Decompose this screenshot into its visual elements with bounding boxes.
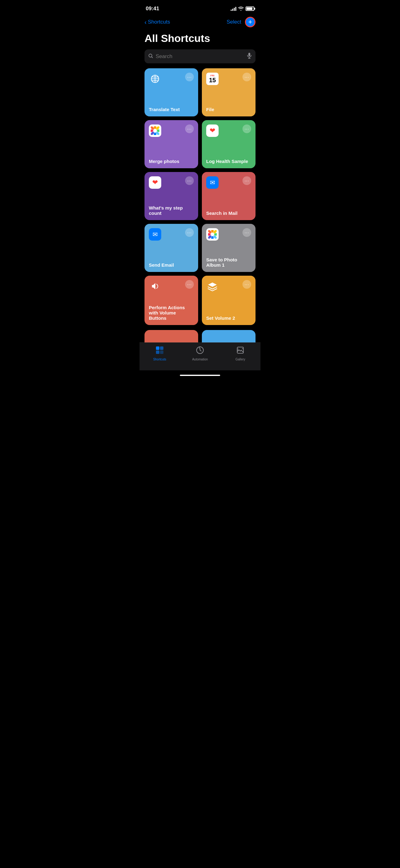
search-icon: [148, 53, 153, 60]
card-header: ✉ ···: [149, 228, 194, 241]
select-button[interactable]: Select: [227, 19, 241, 25]
more-button[interactable]: ···: [242, 176, 251, 185]
more-button[interactable]: ···: [242, 73, 251, 81]
card-header: FRI 15 ···: [206, 73, 251, 85]
home-indicator: [180, 375, 220, 376]
partial-card-left: [144, 330, 198, 342]
svg-point-6: [154, 132, 156, 135]
status-icons: [231, 6, 254, 11]
card-header: ···: [149, 124, 194, 137]
search-input[interactable]: [156, 53, 244, 60]
card-label: Send Email: [149, 262, 194, 268]
shortcut-card-file[interactable]: FRI 15 ··· File: [202, 68, 256, 116]
shortcut-card-volume-actions[interactable]: ··· Perform Actions with Volume Buttons: [144, 276, 198, 325]
svg-point-4: [157, 129, 160, 132]
card-header: ···: [149, 280, 194, 292]
envelope-icon: ✉: [210, 179, 215, 186]
volume-icon: [149, 280, 161, 292]
back-chevron-icon: ‹: [144, 19, 147, 26]
svg-rect-1: [248, 53, 250, 56]
mail-icon: ✉: [206, 176, 219, 189]
svg-point-2: [154, 126, 156, 129]
shortcut-card-set-volume[interactable]: ··· Set Volume 2: [202, 276, 256, 325]
signal-icon: [231, 6, 236, 11]
more-button[interactable]: ···: [242, 280, 251, 289]
calendar-icon: FRI 15: [206, 73, 219, 85]
more-button[interactable]: ···: [242, 228, 251, 237]
shortcuts-grid: ··· Translate Text FRI 15 ··· File: [139, 68, 261, 330]
cal-day: 15: [209, 77, 216, 83]
wifi-icon: [238, 6, 244, 11]
svg-point-19: [211, 233, 214, 236]
more-button[interactable]: ···: [185, 73, 194, 81]
search-bar[interactable]: [144, 49, 256, 63]
svg-point-10: [154, 129, 156, 132]
mic-icon[interactable]: [247, 53, 252, 60]
tab-shortcuts[interactable]: Shortcuts: [139, 346, 180, 361]
tab-gallery[interactable]: Gallery: [220, 346, 261, 361]
card-label: Search in Mail: [206, 211, 251, 216]
card-header: ❤ ···: [149, 176, 194, 189]
shortcut-card-search-mail[interactable]: ✉ ··· Search in Mail: [202, 172, 256, 220]
more-button[interactable]: ···: [185, 176, 194, 185]
card-label: What's my step count: [149, 205, 194, 216]
card-label: Set Volume 2: [206, 315, 251, 321]
tab-gallery-label: Gallery: [235, 358, 245, 361]
nav-bar: ‹ Shortcuts Select +: [139, 16, 261, 30]
envelope-icon: ✉: [153, 231, 158, 238]
photos-icon: [206, 228, 219, 241]
shortcut-card-send-email[interactable]: ✉ ··· Send Email: [144, 224, 198, 272]
card-header: ···: [206, 228, 251, 241]
more-button[interactable]: ···: [185, 124, 194, 133]
partial-cards-row: [139, 330, 261, 342]
svg-rect-21: [160, 346, 163, 350]
back-button[interactable]: ‹ Shortcuts: [144, 19, 170, 26]
tab-bar: Shortcuts Automation Gallery: [139, 342, 261, 370]
heart-icon: ❤: [152, 179, 158, 187]
status-time: 09:41: [146, 6, 159, 12]
card-header: ···: [149, 73, 194, 85]
card-label: Translate Text: [149, 107, 194, 112]
automation-tab-icon: [196, 346, 204, 356]
tab-automation-label: Automation: [192, 358, 208, 361]
status-bar: 09:41: [139, 0, 261, 16]
photos-icon: [149, 124, 161, 137]
tab-shortcuts-label: Shortcuts: [153, 358, 166, 361]
layers-icon: [206, 280, 219, 292]
shortcut-card-translate-text[interactable]: ··· Translate Text: [144, 68, 198, 116]
more-button[interactable]: ···: [242, 124, 251, 133]
card-header: ❤ ···: [206, 124, 251, 137]
shortcut-card-save-photo-album[interactable]: ··· Save to Photo Album 1: [202, 224, 256, 272]
svg-point-15: [211, 236, 214, 239]
svg-point-17: [208, 233, 211, 236]
svg-point-13: [214, 233, 217, 236]
svg-rect-23: [160, 350, 163, 354]
card-header: ✉ ···: [206, 176, 251, 189]
health-icon: ❤: [206, 124, 219, 137]
gallery-tab-icon: [236, 346, 245, 356]
more-button[interactable]: ···: [185, 280, 194, 289]
health-icon: ❤: [149, 176, 161, 189]
svg-point-8: [151, 129, 154, 132]
add-shortcut-button[interactable]: +: [245, 17, 256, 27]
battery-icon: [245, 6, 254, 11]
card-header: ···: [206, 280, 251, 292]
tab-automation[interactable]: Automation: [180, 346, 220, 361]
home-indicator-container: [139, 370, 261, 378]
mail-icon: ✉: [149, 228, 161, 241]
card-label: Log Health Sample: [206, 159, 251, 164]
translate-icon: [149, 73, 161, 85]
card-label: Save to Photo Album 1: [206, 257, 251, 268]
page-title: All Shortcuts: [139, 30, 261, 49]
card-label: Perform Actions with Volume Buttons: [149, 305, 194, 321]
shortcuts-tab-icon: [155, 346, 164, 356]
heart-icon: ❤: [210, 127, 215, 135]
svg-point-11: [211, 230, 214, 233]
shortcut-card-step-count[interactable]: ❤ ··· What's my step count: [144, 172, 198, 220]
more-button[interactable]: ···: [185, 228, 194, 237]
back-label: Shortcuts: [148, 19, 170, 25]
shortcut-card-merge-photos[interactable]: ··· Merge photos: [144, 120, 198, 168]
shortcut-card-log-health[interactable]: ❤ ··· Log Health Sample: [202, 120, 256, 168]
plus-icon: +: [248, 19, 253, 26]
svg-point-26: [242, 348, 243, 349]
